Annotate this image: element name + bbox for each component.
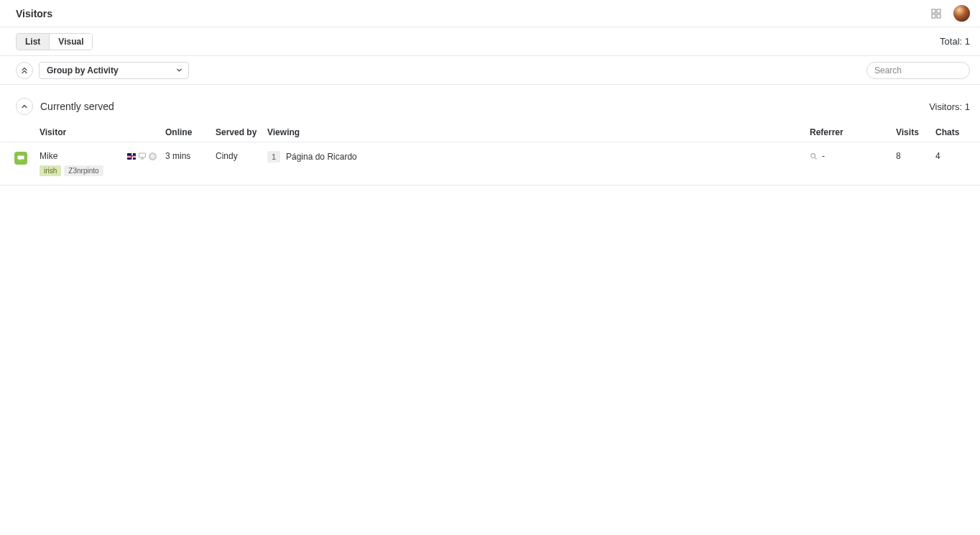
col-referrer[interactable]: Referrer (810, 127, 896, 137)
double-chevron-up-icon (21, 67, 28, 74)
table-header: Visitor Online Served by Viewing Referre… (0, 122, 980, 142)
total-label: Total: (940, 36, 962, 47)
cell-visitor: Mike irish Z3nrpinto (40, 151, 165, 176)
tab-visual[interactable]: Visual (49, 34, 92, 50)
tab-list[interactable]: List (17, 34, 49, 50)
svg-line-8 (815, 157, 817, 159)
browser-icon (149, 152, 157, 160)
page-title: Visitors (16, 8, 52, 19)
visitor-tag[interactable]: Z3nrpinto (64, 165, 103, 176)
user-avatar[interactable] (953, 5, 970, 22)
total-value: 1 (965, 36, 970, 47)
country-flag-icon (127, 153, 136, 160)
visitor-meta-icons (127, 152, 157, 160)
cell-viewing: 1 Página do Ricardo (267, 151, 810, 163)
collapse-all-button[interactable] (16, 62, 33, 79)
col-viewing[interactable]: Viewing (267, 127, 810, 137)
search-icon (810, 152, 818, 160)
view-bar: List Visual Total: 1 (0, 27, 980, 56)
section-title: Currently served (40, 101, 114, 112)
cell-visits: 8 (896, 151, 935, 161)
cell-referrer: - (810, 151, 896, 161)
svg-rect-2 (932, 14, 935, 18)
group-by-label: Group by Activity (47, 65, 119, 76)
viewing-count-badge: 1 (267, 151, 280, 163)
section-count: Visitors: 1 (929, 101, 970, 112)
referrer-value: - (822, 151, 825, 161)
visitor-name: Mike (40, 151, 57, 161)
section-left: Currently served (16, 98, 114, 115)
visitors-table: Visitor Online Served by Viewing Referre… (0, 122, 980, 186)
viewing-page: Página do Ricardo (286, 152, 357, 162)
group-by-select[interactable]: Group by Activity (39, 62, 189, 79)
cell-served-by: Cindy (216, 151, 267, 161)
svg-rect-0 (932, 9, 935, 13)
cell-chats: 4 (935, 151, 970, 161)
col-served-by[interactable]: Served by (216, 127, 267, 137)
svg-rect-1 (937, 9, 940, 13)
filter-bar: Group by Activity (0, 56, 980, 85)
chevron-up-icon (21, 103, 28, 110)
col-visitor[interactable]: Visitor (40, 127, 165, 137)
cell-online: 3 mins (165, 151, 216, 161)
chevron-down-icon (176, 67, 182, 73)
visitor-tag[interactable]: irish (40, 165, 61, 176)
collapse-section-button[interactable] (16, 98, 33, 115)
visitor-tags: irish Z3nrpinto (40, 165, 165, 176)
top-bar-right (930, 5, 970, 22)
col-chats[interactable]: Chats (935, 127, 970, 137)
chat-status-icon (14, 152, 27, 165)
svg-rect-4 (139, 153, 146, 157)
search-wrap (866, 62, 970, 79)
section-header: Currently served Visitors: 1 (0, 85, 980, 122)
col-visits[interactable]: Visits (896, 127, 935, 137)
section-count-value: 1 (965, 101, 970, 112)
col-online[interactable]: Online (165, 127, 216, 137)
table-row[interactable]: Mike irish Z3nrpinto (0, 142, 980, 186)
total-count: Total: 1 (940, 36, 970, 47)
search-input[interactable] (866, 62, 970, 79)
section-count-label: Visitors: (929, 101, 962, 112)
device-desktop-icon (138, 152, 147, 160)
apps-grid-icon[interactable] (930, 8, 942, 19)
svg-point-7 (811, 153, 815, 157)
svg-rect-3 (937, 14, 940, 18)
view-toggle: List Visual (16, 33, 93, 50)
top-bar: Visitors (0, 0, 980, 27)
filter-left: Group by Activity (16, 62, 189, 79)
